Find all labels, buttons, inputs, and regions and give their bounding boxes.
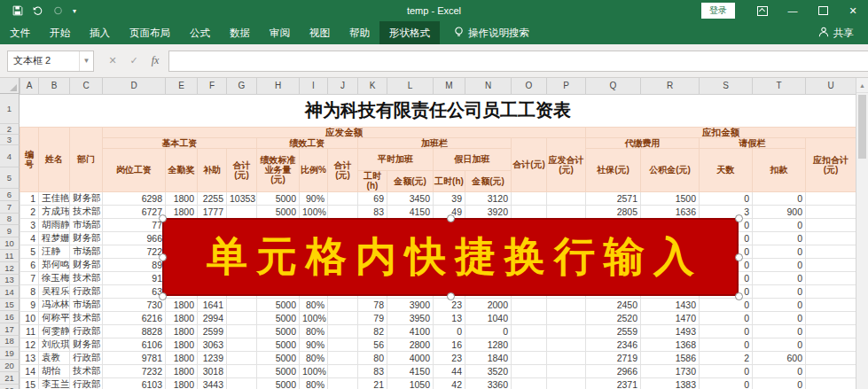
cell[interactable]: 44 — [434, 364, 465, 377]
header-quanqin-jiang[interactable]: 全勤奖 — [166, 148, 198, 191]
cell[interactable] — [806, 284, 856, 298]
cell[interactable] — [806, 377, 856, 389]
cell[interactable] — [547, 324, 586, 338]
cell[interactable]: 程梦姗 — [39, 231, 70, 245]
cell[interactable] — [227, 205, 257, 218]
cell[interactable]: 3120 — [465, 191, 512, 205]
header-buzhu[interactable]: 补助 — [198, 148, 227, 191]
cell[interactable]: 1239 — [198, 351, 227, 364]
cell[interactable]: 9 — [20, 298, 39, 311]
ribbon-tab-0[interactable]: 开始 — [40, 21, 80, 44]
cell[interactable]: 10353 — [227, 191, 257, 205]
row-header-15[interactable]: 15 — [0, 299, 20, 311]
cell[interactable]: 1840 — [465, 351, 512, 364]
cell[interactable]: 1 — [20, 191, 39, 205]
cell[interactable]: 财务部 — [70, 258, 103, 271]
cell[interactable]: 83 — [358, 205, 387, 218]
cell[interactable]: 6298 — [103, 191, 166, 205]
cell[interactable]: 市场部 — [70, 245, 103, 258]
cell[interactable]: 2559 — [586, 324, 641, 338]
cell[interactable]: 0 — [753, 191, 806, 205]
cell[interactable] — [227, 338, 257, 351]
cell[interactable]: 6216 — [103, 311, 166, 324]
cell[interactable]: 1470 — [641, 311, 700, 324]
column-header-S[interactable]: S — [700, 78, 753, 94]
cell[interactable] — [806, 271, 856, 284]
cell[interactable]: 600 — [753, 351, 806, 364]
header-bumen[interactable]: 部门 — [70, 127, 103, 191]
cell[interactable]: 徐玉梅 — [39, 271, 70, 284]
cell[interactable]: 13 — [434, 311, 465, 324]
cell[interactable]: 1800 — [166, 324, 198, 338]
cell[interactable] — [328, 351, 358, 364]
cell[interactable] — [547, 351, 586, 364]
cell[interactable] — [227, 351, 257, 364]
cell[interactable]: 5000 — [257, 324, 300, 338]
cell[interactable]: 100% — [300, 205, 328, 218]
cell[interactable]: 0 — [700, 364, 753, 377]
cell[interactable]: 胡雨静 — [39, 218, 70, 231]
cell[interactable] — [227, 311, 257, 324]
cell[interactable]: 3520 — [465, 364, 512, 377]
cell[interactable]: 1641 — [198, 298, 227, 311]
cell[interactable]: 2371 — [586, 377, 641, 389]
cell[interactable]: 吴程乐 — [39, 284, 70, 298]
cell[interactable] — [328, 377, 358, 389]
header-pingshi-jiaban[interactable]: 平时加班 — [358, 148, 434, 170]
row-header-8[interactable]: 8 — [0, 214, 20, 226]
column-header-K[interactable]: K — [358, 78, 387, 94]
cell[interactable] — [806, 311, 856, 324]
cell[interactable]: 0 — [753, 298, 806, 311]
qat-dropdown-icon[interactable]: ▾ — [73, 7, 76, 15]
row-header-19[interactable]: 19 — [0, 347, 20, 360]
row-header-12[interactable]: 12 — [0, 262, 20, 275]
cell[interactable]: 3920 — [465, 205, 512, 218]
cell[interactable]: 80% — [300, 298, 328, 311]
row-header-3[interactable]: 3 — [0, 135, 20, 145]
cell[interactable]: 5000 — [257, 298, 300, 311]
row-header-17[interactable]: 17 — [0, 323, 20, 336]
cell[interactable]: 1586 — [641, 351, 700, 364]
cell[interactable] — [328, 205, 358, 218]
cell[interactable] — [806, 218, 856, 231]
cell[interactable] — [547, 311, 586, 324]
name-box[interactable]: 文本框 2 ▼ — [7, 51, 94, 72]
cell[interactable] — [806, 364, 856, 377]
cell[interactable]: 3450 — [387, 191, 434, 205]
cell[interactable]: 胡怡 — [39, 364, 70, 377]
cell[interactable]: 42 — [434, 377, 465, 389]
row-header-11[interactable]: 11 — [0, 250, 20, 262]
cell[interactable]: 2994 — [198, 311, 227, 324]
formula-input[interactable] — [168, 51, 868, 72]
column-header-L[interactable]: L — [387, 78, 434, 94]
header-qingjia-lan[interactable]: 请假栏 — [700, 137, 806, 148]
cell[interactable] — [227, 377, 257, 389]
header-yingfa-jine[interactable]: 应发金额 — [103, 127, 586, 137]
cell[interactable]: 89 — [103, 258, 166, 271]
cell[interactable]: 5000 — [257, 338, 300, 351]
column-header-Q[interactable]: Q — [586, 78, 641, 94]
cell[interactable] — [547, 338, 586, 351]
column-header-N[interactable]: N — [465, 78, 512, 94]
cell[interactable]: 0 — [753, 311, 806, 324]
header-jixiao-gongzi[interactable]: 绩效工资 — [257, 137, 358, 148]
row-header-22[interactable]: 22 — [0, 385, 20, 389]
cell[interactable]: 1383 — [641, 377, 700, 389]
cell[interactable]: 行政部 — [70, 324, 103, 338]
column-header-M[interactable]: M — [434, 78, 465, 94]
cell[interactable]: 0 — [753, 338, 806, 351]
cell[interactable]: 6727 — [103, 205, 166, 218]
cancel-icon[interactable]: ✕ — [103, 51, 122, 71]
column-header-R[interactable]: R — [641, 78, 700, 94]
column-header-T[interactable]: T — [753, 78, 806, 94]
cell[interactable]: 2 — [700, 351, 753, 364]
cell[interactable]: 0 — [753, 258, 806, 271]
cell[interactable]: 0 — [700, 311, 753, 324]
cell[interactable]: 80 — [358, 351, 387, 364]
row-header-13[interactable]: 13 — [0, 275, 20, 287]
selection-handle[interactable] — [735, 253, 743, 261]
cell[interactable] — [806, 191, 856, 205]
cell[interactable]: 5000 — [257, 191, 300, 205]
cell[interactable]: 3950 — [387, 311, 434, 324]
cell[interactable]: 2571 — [586, 191, 641, 205]
